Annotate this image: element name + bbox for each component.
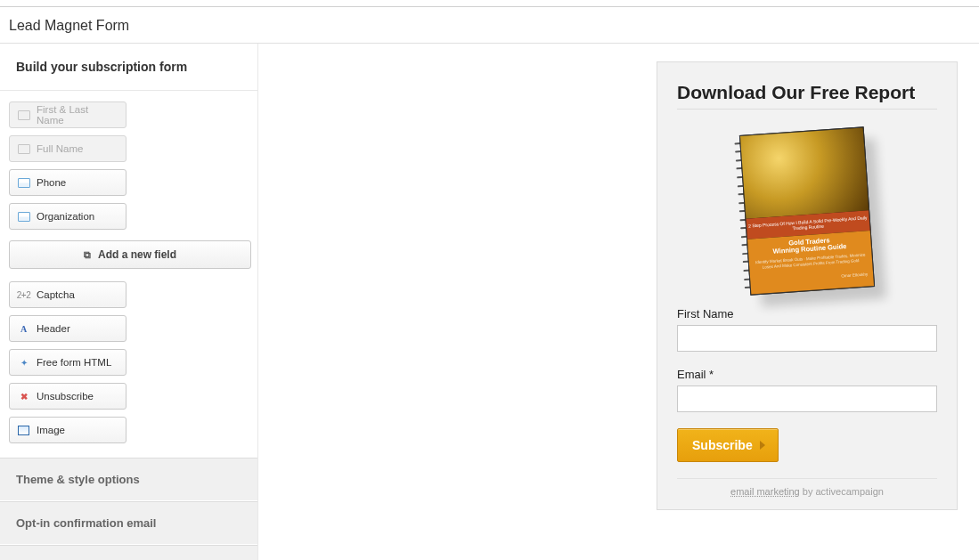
field-full-name: Full Name bbox=[9, 135, 126, 162]
book-image: 2 Step Process Of How I Build A Solid Pr… bbox=[739, 126, 875, 295]
add-new-field-button[interactable]: ⧉ Add a new field bbox=[9, 240, 251, 269]
header-icon: A bbox=[17, 323, 30, 335]
captcha-icon: 2+2 bbox=[17, 289, 30, 301]
form-canvas: Download Our Free Report 2 Step Process … bbox=[258, 44, 979, 560]
first-name-input[interactable] bbox=[677, 325, 937, 352]
input-field-icon bbox=[17, 143, 30, 155]
subscribe-label: Subscribe bbox=[692, 438, 753, 452]
component-image[interactable]: Image bbox=[9, 417, 126, 443]
component-label: Image bbox=[37, 425, 65, 435]
field-label: Full Name bbox=[37, 143, 83, 154]
component-free-html[interactable]: ✦ Free form HTML bbox=[9, 349, 126, 376]
component-label: Free form HTML bbox=[37, 357, 111, 368]
book-cover-art bbox=[740, 127, 869, 218]
component-label: Unsubscribe bbox=[37, 391, 94, 402]
components-grid: 2+2 Captcha A Header ✦ Free form HTML ✖ … bbox=[0, 281, 257, 452]
chevron-right-icon bbox=[760, 441, 765, 450]
credit-link[interactable]: email marketing bbox=[730, 486, 800, 497]
form-preview-card: Download Our Free Report 2 Step Process … bbox=[657, 61, 958, 510]
book-author: Omar Eltoukhy bbox=[755, 272, 868, 284]
book-image-wrap: 2 Step Process Of How I Build A Solid Pr… bbox=[677, 110, 937, 307]
email-input[interactable] bbox=[677, 386, 937, 412]
input-field-icon bbox=[17, 177, 30, 189]
field-first-last-name: First & Last Name bbox=[9, 101, 126, 128]
field-organization[interactable]: Organization bbox=[9, 203, 126, 230]
field-label: Organization bbox=[37, 211, 94, 222]
book-title-block: Gold Traders Winning Routine Guide Ident… bbox=[747, 231, 874, 295]
image-icon bbox=[17, 425, 30, 436]
accordion-optin-confirmation[interactable]: Opt-in confirmation email bbox=[0, 501, 257, 545]
form-preview-title: Download Our Free Report bbox=[677, 82, 937, 110]
component-captcha[interactable]: 2+2 Captcha bbox=[9, 281, 126, 308]
sidebar-heading: Build your subscription form bbox=[0, 44, 257, 91]
add-icon: ⧉ bbox=[84, 249, 91, 261]
field-label: Phone bbox=[37, 177, 66, 188]
predefined-fields-grid: First & Last Name Full Name Phone Organi… bbox=[0, 91, 257, 239]
credit-line: email marketing by activecampaign bbox=[677, 478, 937, 497]
credit-rest: by activecampaign bbox=[800, 486, 884, 497]
subscribe-button[interactable]: Subscribe bbox=[677, 428, 779, 462]
book-cover: 2 Step Process Of How I Build A Solid Pr… bbox=[739, 126, 875, 295]
component-header[interactable]: A Header bbox=[9, 315, 126, 342]
input-field-icon bbox=[17, 110, 30, 121]
component-label: Captcha bbox=[37, 289, 75, 300]
first-name-label: First Name bbox=[677, 307, 937, 321]
field-phone[interactable]: Phone bbox=[9, 169, 126, 196]
page-title: Lead Magnet Form bbox=[0, 7, 979, 43]
component-label: Header bbox=[37, 323, 70, 334]
html-icon: ✦ bbox=[17, 357, 30, 369]
unsubscribe-icon: ✖ bbox=[17, 391, 30, 402]
component-unsubscribe[interactable]: ✖ Unsubscribe bbox=[9, 383, 126, 410]
field-label: First & Last Name bbox=[37, 104, 118, 126]
email-label: Email * bbox=[677, 368, 937, 381]
accordion-theme-style[interactable]: Theme & style options bbox=[0, 458, 257, 501]
add-field-label: Add a new field bbox=[98, 248, 176, 261]
sidebar-accordion: Theme & style options Opt-in confirmatio… bbox=[0, 458, 257, 560]
builder-sidebar: Build your subscription form First & Las… bbox=[0, 44, 258, 560]
accordion-form-settings[interactable]: Form settings bbox=[0, 545, 257, 560]
input-field-icon bbox=[17, 211, 30, 223]
main-layout: Build your subscription form First & Las… bbox=[0, 44, 979, 560]
